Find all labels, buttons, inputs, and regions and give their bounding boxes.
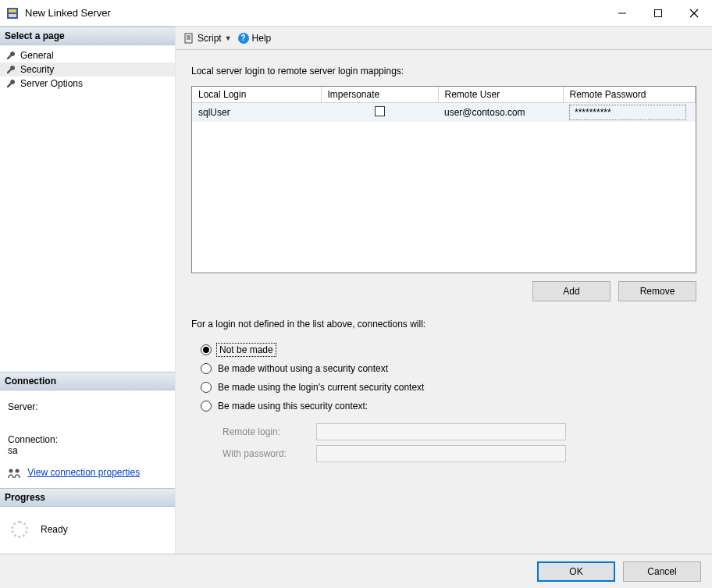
remote-password-field[interactable]: ********** <box>569 105 686 120</box>
server-label: Server: <box>8 401 167 412</box>
right-pane: Script ▼ ? Help Local server login to re… <box>176 27 712 554</box>
radio-icon <box>201 363 212 374</box>
cancel-button[interactable]: Cancel <box>623 561 701 582</box>
content-area: Local server login to remote server logi… <box>176 50 712 554</box>
add-button[interactable]: Add <box>532 281 611 301</box>
app-icon <box>6 7 19 20</box>
connection-value: sa <box>8 445 167 456</box>
select-page-header: Select a page <box>0 27 175 45</box>
radio-icon <box>201 344 212 355</box>
remote-login-label: Remote login: <box>222 426 308 437</box>
close-button[interactable] <box>676 0 712 27</box>
remote-login-input[interactable] <box>316 423 566 440</box>
cell-impersonate[interactable] <box>321 103 438 123</box>
page-item-general[interactable]: General <box>0 48 175 62</box>
ok-button[interactable]: OK <box>537 561 615 582</box>
script-icon <box>183 33 194 44</box>
window-title: New Linked Server <box>25 7 111 19</box>
radio-icon <box>201 382 212 393</box>
script-label: Script <box>198 33 222 44</box>
svg-point-7 <box>9 469 13 473</box>
page-label: Server Options <box>20 78 83 89</box>
page-label: General <box>20 50 54 61</box>
connection-label: Connection: <box>8 434 167 445</box>
radio-icon <box>201 401 212 412</box>
radio-label: Be made using the login's current securi… <box>218 382 424 393</box>
grid-row[interactable]: sqlUser user@contoso.com ********** <box>192 103 696 123</box>
progress-body: Ready <box>0 507 175 554</box>
connection-header: Connection <box>0 372 175 390</box>
col-remote-password[interactable]: Remote Password <box>563 87 696 103</box>
col-remote-user[interactable]: Remote User <box>438 87 563 103</box>
progress-spinner-icon <box>11 521 28 538</box>
server-value <box>8 412 167 423</box>
mappings-label: Local server login to remote server logi… <box>191 66 696 77</box>
connection-body: Server: Connection: sa View connection p… <box>0 390 175 488</box>
svg-rect-1 <box>9 9 16 12</box>
page-item-security[interactable]: Security <box>0 62 175 77</box>
wrench-icon <box>6 65 16 74</box>
help-label: Help <box>252 33 272 44</box>
svg-point-8 <box>16 469 20 473</box>
remove-button[interactable]: Remove <box>618 281 696 301</box>
maximize-button[interactable] <box>640 0 676 27</box>
minimize-button[interactable] <box>604 0 640 27</box>
col-impersonate[interactable]: Impersonate <box>321 87 438 103</box>
left-pane: Select a page General Security Server Op… <box>0 27 176 554</box>
radio-no-security-context[interactable]: Be made without using a security context <box>191 359 696 378</box>
page-list: General Security Server Options <box>0 45 175 94</box>
radio-current-security-context[interactable]: Be made using the login's current securi… <box>191 378 696 397</box>
grid-header-row: Local Login Impersonate Remote User Remo… <box>192 87 696 103</box>
title-bar: New Linked Server <box>0 0 712 27</box>
cell-remote-password[interactable]: ********** <box>563 103 696 123</box>
svg-rect-2 <box>9 14 16 17</box>
cell-remote-user[interactable]: user@contoso.com <box>438 103 563 123</box>
with-password-label: With password: <box>222 448 308 459</box>
connection-icon <box>8 468 20 479</box>
col-local-login[interactable]: Local Login <box>192 87 321 103</box>
help-icon: ? <box>238 33 249 44</box>
radio-label: Be made without using a security context <box>218 363 388 374</box>
radio-label: Not be made <box>218 344 275 355</box>
svg-rect-4 <box>655 9 662 16</box>
impersonate-checkbox[interactable] <box>375 106 385 116</box>
progress-header: Progress <box>0 488 175 507</box>
connection-mode-radio-group: Not be made Be made without using a secu… <box>191 340 696 415</box>
wrench-icon <box>6 79 16 88</box>
script-dropdown[interactable]: Script ▼ <box>183 33 232 44</box>
security-context-fields: Remote login: With password: <box>191 423 696 462</box>
cell-local-login[interactable]: sqlUser <box>192 103 321 123</box>
help-button[interactable]: ? Help <box>238 33 272 44</box>
view-connection-properties-link[interactable]: View connection properties <box>27 467 140 478</box>
radio-not-be-made[interactable]: Not be made <box>191 340 696 359</box>
svg-rect-9 <box>185 34 192 43</box>
radio-label: Be made using this security context: <box>218 401 368 412</box>
dialog-footer: OK Cancel <box>0 554 712 588</box>
chevron-down-icon: ▼ <box>225 34 232 42</box>
wrench-icon <box>6 51 16 60</box>
radio-this-security-context[interactable]: Be made using this security context: <box>191 397 696 415</box>
progress-status: Ready <box>41 524 68 535</box>
with-password-input[interactable] <box>316 445 566 462</box>
toolbar: Script ▼ ? Help <box>176 27 712 50</box>
page-item-server-options[interactable]: Server Options <box>0 77 175 91</box>
page-label: Security <box>20 64 54 75</box>
undefined-login-label: For a login not defined in the list abov… <box>191 319 696 330</box>
login-mappings-grid[interactable]: Local Login Impersonate Remote User Remo… <box>191 86 696 273</box>
